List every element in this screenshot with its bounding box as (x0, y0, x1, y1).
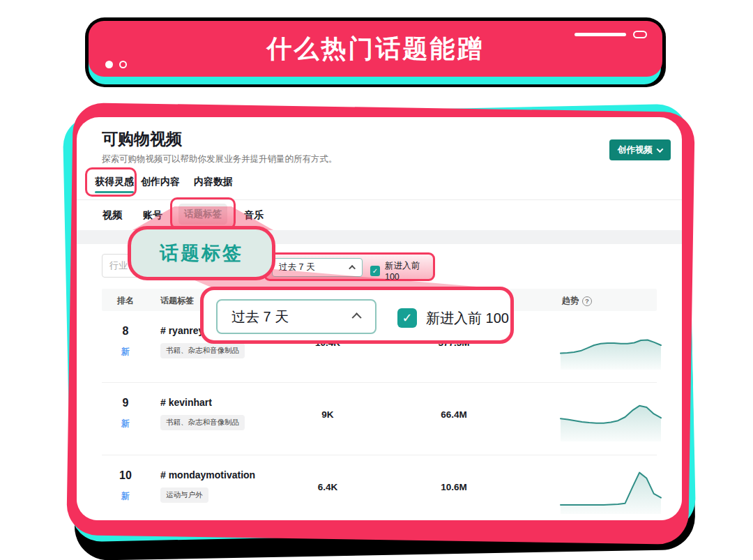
subtab-music[interactable]: 音乐 (244, 209, 264, 222)
period-value: 过去 7 天 (279, 262, 314, 273)
header-trend: 趋势 ? (562, 295, 592, 307)
banner-title: 什么热门话题能蹭 (267, 32, 485, 66)
annotation-ring-filter: 过去 7 天 ✓ 新进入前 100 (264, 252, 435, 281)
active-tab-underline (95, 191, 134, 193)
page-title: 可购物视频 (102, 128, 182, 150)
category-tag: 运动与户外 (160, 487, 208, 503)
create-video-button[interactable]: 创作视频 (609, 139, 671, 160)
top100-filter[interactable]: ✓ 新进入前 100 (370, 260, 433, 282)
hashtag-name[interactable]: # ryanrey (160, 325, 204, 336)
views-value: 66.4M (419, 409, 489, 420)
banner: 什么热门话题能蹭 (89, 21, 662, 77)
banner-decoration (575, 31, 647, 38)
chevron-down-icon (657, 146, 664, 153)
header-divider (77, 199, 682, 200)
trend-sparkline (559, 319, 662, 370)
content-panel: 行业 过去 7 天 ✓ 新进入前 100 排名 话题标签 (77, 244, 682, 520)
rank-value: 10 (109, 469, 142, 482)
subtab-accounts[interactable]: 账号 (143, 209, 162, 222)
hashtag-name[interactable]: # mondaymotivation (160, 469, 255, 480)
tab-create-content[interactable]: 创作内容 (141, 176, 180, 188)
new-badge: 新 (109, 346, 142, 358)
shoppable-video-page: 可购物视频 探索可购物视频可以帮助你发展业务并提升销量的所有方式。 创作视频 获… (77, 117, 682, 520)
pill-decoration (633, 31, 647, 38)
trend-sparkline (559, 464, 662, 514)
header-trend-label: 趋势 (562, 295, 579, 307)
create-video-label: 创作视频 (618, 144, 653, 156)
views-value: 377.3M (419, 338, 489, 348)
chevron-up-icon (349, 265, 356, 272)
posts-value: 10.4K (298, 338, 357, 348)
tab-content-data[interactable]: 内容数据 (194, 176, 233, 188)
dot-filled-icon (105, 61, 113, 68)
new-badge: 新 (109, 490, 142, 502)
table-header: 排名 话题标签 趋势 ? (102, 289, 657, 311)
banner-dots (105, 61, 127, 68)
period-select[interactable]: 过去 7 天 (272, 258, 363, 277)
tab-get-inspired[interactable]: 获得灵感 (95, 176, 134, 188)
hashtag-table: 8 新 # ryanrey 书籍、杂志和音像制品 10.4K 377.3M 9 … (102, 311, 657, 516)
header-hashtag: 话题标签 (160, 295, 194, 307)
rank-value: 9 (109, 397, 142, 409)
industry-filter-select[interactable]: 行业 (102, 254, 217, 278)
hashtag-name[interactable]: # kevinhart (160, 397, 212, 408)
banner-card: 什么热门话题能蹭 (89, 21, 662, 77)
subtab-hashtags[interactable]: 话题标签 (178, 204, 227, 225)
checkbox-checked-icon[interactable]: ✓ (370, 266, 380, 276)
posts-value: 6.4K (298, 482, 357, 492)
dashboard-card: 可购物视频 探索可购物视频可以帮助你发展业务并提升销量的所有方式。 创作视频 获… (77, 117, 682, 520)
views-value: 10.6M (419, 482, 489, 492)
page-subtitle: 探索可购物视频可以帮助你发展业务并提升销量的所有方式。 (102, 153, 337, 165)
header-rank: 排名 (117, 295, 134, 307)
subtab-videos[interactable]: 视频 (102, 209, 122, 222)
dot-outline-icon (119, 61, 127, 68)
new-badge: 新 (109, 418, 142, 430)
industry-placeholder: 行业 (109, 259, 128, 272)
trend-sparkline (559, 391, 662, 441)
posts-value: 9K (298, 409, 357, 420)
rank-value: 8 (109, 325, 142, 338)
section-gap (77, 230, 682, 244)
help-icon[interactable]: ? (582, 296, 592, 306)
table-row[interactable]: 10 新 # mondaymotivation 运动与户外 6.4K 10.6M (102, 455, 657, 520)
line-decoration (575, 33, 626, 36)
table-row[interactable]: 8 新 # ryanrey 书籍、杂志和音像制品 10.4K 377.3M (102, 311, 657, 382)
screenshot-stage: 什么热门话题能蹭 可购物视频 探索可购物视频可以帮助你发展业务并提升销量的所有方… (0, 0, 753, 560)
table-row[interactable]: 9 新 # kevinhart 书籍、杂志和音像制品 9K 66.4M (102, 382, 657, 455)
top100-label: 新进入前 100 (385, 260, 433, 282)
category-tag: 书籍、杂志和音像制品 (160, 343, 245, 358)
category-tag: 书籍、杂志和音像制品 (160, 415, 245, 430)
